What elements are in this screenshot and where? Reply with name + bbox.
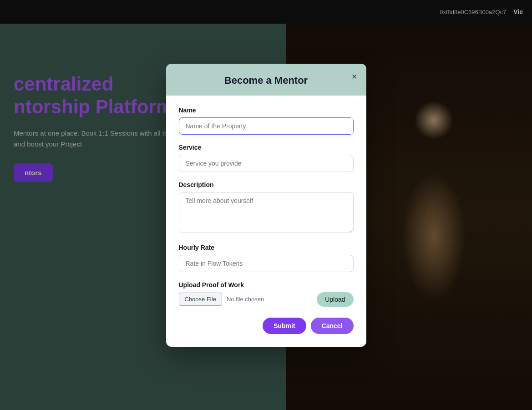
service-label: Service — [179, 144, 354, 151]
description-textarea[interactable] — [179, 192, 354, 233]
modal-footer: Submit Cancel — [179, 318, 354, 334]
submit-button[interactable]: Submit — [263, 318, 306, 334]
upload-field-group: Upload Proof of Work Choose File No file… — [179, 281, 354, 307]
service-field-group: Service — [179, 144, 354, 172]
cancel-button[interactable]: Cancel — [311, 318, 354, 334]
modal-title: Become a Mentor — [179, 75, 354, 86]
modal-header: Become a Mentor × — [166, 64, 366, 96]
no-file-text: No file chosen — [227, 296, 264, 303]
service-input[interactable] — [179, 155, 354, 172]
upload-button[interactable]: Upload — [317, 292, 353, 307]
choose-file-button[interactable]: Choose File — [179, 293, 222, 306]
upload-label: Upload Proof of Work — [179, 281, 354, 289]
close-button[interactable]: × — [350, 70, 359, 83]
modal-backdrop: Become a Mentor × Name Service Descripti… — [0, 0, 532, 410]
modal-body: Name Service Description Hourly Rate Upl… — [166, 96, 366, 347]
name-field-group: Name — [179, 106, 354, 135]
hourly-rate-label: Hourly Rate — [179, 244, 354, 251]
hourly-rate-field-group: Hourly Rate — [179, 244, 354, 272]
description-label: Description — [179, 181, 354, 188]
description-field-group: Description — [179, 181, 354, 235]
become-mentor-modal: Become a Mentor × Name Service Descripti… — [166, 64, 366, 347]
name-label: Name — [179, 106, 354, 114]
file-upload-row: Choose File No file chosen Upload — [179, 292, 354, 307]
hourly-rate-input[interactable] — [179, 255, 354, 272]
name-input[interactable] — [179, 117, 354, 135]
